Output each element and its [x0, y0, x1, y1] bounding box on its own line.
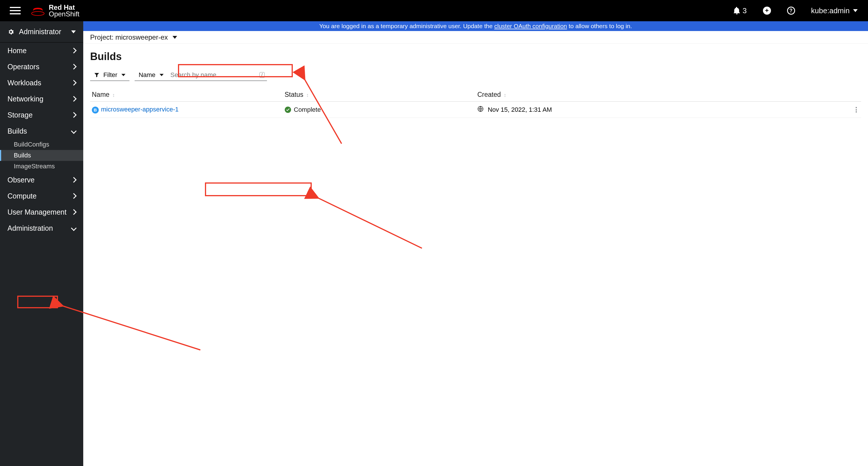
table-row: Bmicrosweeper-appservice-1 Complete	[90, 102, 861, 118]
banner-prefix: You are logged in as a temporary adminis…	[319, 23, 494, 29]
sidebar-item-administration[interactable]: Administration	[0, 220, 83, 236]
sidebar-item-label: Storage	[7, 111, 33, 119]
filter-label: Filter	[103, 71, 117, 79]
sidebar-item-observe[interactable]: Observe	[0, 172, 83, 188]
search-shortcut-hint: /	[259, 72, 265, 78]
filter-icon	[94, 72, 99, 78]
caret-down-icon	[853, 9, 858, 12]
status-complete: Complete	[285, 106, 321, 114]
chevron-down-icon	[71, 225, 76, 231]
sidebar-subitem-buildconfigs[interactable]: BuildConfigs	[0, 139, 83, 150]
caret-down-icon	[173, 36, 177, 39]
hamburger-menu-button[interactable]	[10, 4, 22, 17]
banner-link[interactable]: cluster OAuth configuration	[494, 23, 567, 29]
sidebar-item-operators[interactable]: Operators	[0, 59, 83, 75]
build-resource-badge: B	[92, 107, 99, 114]
chevron-right-icon	[71, 209, 76, 215]
project-selector[interactable]: Project: microsweeper-ex	[90, 33, 177, 41]
notifications-button[interactable]: 3	[733, 6, 747, 15]
chevron-right-icon	[71, 64, 76, 69]
sidebar-item-builds[interactable]: Builds	[0, 123, 83, 139]
page-title: Builds	[90, 51, 861, 63]
gear-icon	[7, 28, 14, 35]
sidebar-item-home[interactable]: Home	[0, 42, 83, 59]
sidebar-item-networking[interactable]: Networking	[0, 91, 83, 107]
topbar: Red Hat OpenShift 3 + ? kube:admin	[0, 0, 868, 21]
column-header-created[interactable]: Created↕	[476, 88, 823, 102]
sidebar-item-label: Builds	[7, 127, 27, 135]
chevron-right-icon	[71, 48, 76, 53]
add-button[interactable]: +	[763, 7, 771, 14]
brand-line2: OpenShift	[49, 10, 80, 18]
caret-down-icon	[121, 74, 125, 76]
sort-icon: ↕	[504, 92, 506, 98]
caret-down-icon	[160, 74, 164, 76]
filter-dropdown[interactable]: Filter	[90, 69, 129, 81]
help-button[interactable]: ?	[787, 7, 795, 14]
search-field-selector[interactable]: Name	[135, 69, 167, 81]
caret-down-icon	[71, 30, 76, 33]
sidebar-item-label: Observe	[7, 176, 34, 184]
column-header-status[interactable]: Status↕	[283, 88, 476, 102]
sidebar-item-label: Workloads	[7, 79, 41, 87]
chevron-down-icon	[71, 128, 76, 134]
chevron-right-icon	[71, 177, 76, 183]
sidebar-item-label: User Management	[7, 208, 67, 216]
sidebar-subitem-builds[interactable]: Builds	[0, 150, 83, 161]
bell-icon	[733, 7, 740, 14]
perspective-label: Administrator	[19, 28, 61, 36]
search-input[interactable]	[167, 69, 259, 81]
brand-logo[interactable]: Red Hat OpenShift	[31, 4, 80, 18]
check-circle-icon	[285, 107, 291, 113]
sidebar-subitem-imagestreams[interactable]: ImageStreams	[0, 161, 83, 172]
globe-icon	[477, 106, 484, 112]
row-actions-kebab[interactable]: ⋮	[823, 102, 861, 118]
sidebar-item-label: Operators	[7, 63, 39, 71]
redhat-fedora-icon	[31, 5, 45, 16]
build-created-label: Nov 15, 2022, 1:31 AM	[488, 106, 552, 113]
project-label: Project: microsweeper-ex	[90, 33, 168, 41]
main-content: You are logged in as a temporary adminis…	[83, 21, 868, 466]
sort-icon: ↕	[112, 92, 115, 98]
svg-point-0	[32, 11, 44, 16]
login-banner: You are logged in as a temporary adminis…	[83, 21, 868, 31]
chevron-right-icon	[71, 80, 76, 86]
sidebar-item-label: Networking	[7, 95, 43, 103]
chevron-right-icon	[71, 112, 76, 118]
chevron-right-icon	[71, 96, 76, 102]
sidebar-item-label: Compute	[7, 192, 36, 200]
build-name-link[interactable]: microsweeper-appservice-1	[101, 106, 179, 113]
sidebar-item-compute[interactable]: Compute	[0, 188, 83, 204]
name-label: Name	[138, 71, 156, 79]
user-menu[interactable]: kube:admin	[811, 6, 858, 15]
sort-icon: ↕	[306, 92, 309, 98]
builds-table: Name↕ Status↕ Created↕ Bmicrosweeper-app…	[90, 88, 861, 118]
sidebar-item-storage[interactable]: Storage	[0, 107, 83, 123]
perspective-switcher[interactable]: Administrator	[0, 21, 83, 42]
sidebar-item-user-management[interactable]: User Management	[0, 204, 83, 220]
banner-suffix: to allow others to log in.	[567, 23, 632, 29]
sidebar: Administrator HomeOperatorsWorkloadsNetw…	[0, 21, 83, 466]
sidebar-item-label: Home	[7, 47, 27, 55]
chevron-right-icon	[71, 193, 76, 199]
notification-count: 3	[743, 6, 747, 15]
sidebar-item-label: Administration	[7, 224, 53, 232]
sidebar-item-workloads[interactable]: Workloads	[0, 75, 83, 91]
column-header-name[interactable]: Name↕	[90, 88, 283, 102]
user-label: kube:admin	[811, 6, 849, 15]
